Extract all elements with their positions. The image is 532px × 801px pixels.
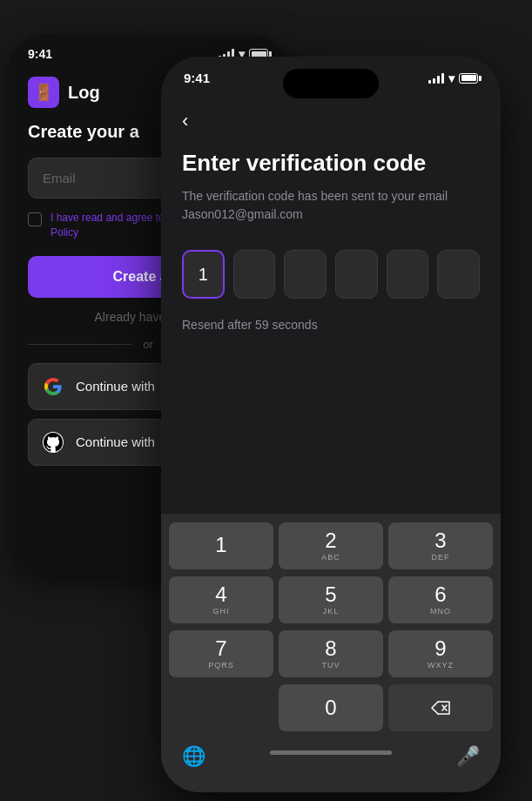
verification-desc-text: The verification code has been sent to y…	[182, 189, 448, 203]
keyboard: 1 2 ABC 3 DEF 4 GHI 5 JKL 6 MNO	[161, 514, 501, 792]
key-9-letters: WXYZ	[428, 661, 454, 670]
home-indicator	[270, 751, 392, 755]
code-box-2[interactable]	[233, 250, 276, 299]
key-5[interactable]: 5 JKL	[279, 576, 383, 623]
google-icon	[43, 376, 64, 397]
key-delete[interactable]	[388, 684, 493, 731]
google-button-label: Continue with	[76, 379, 155, 394]
key-3-letters: DEF	[432, 553, 450, 562]
key-9[interactable]: 9 WXYZ	[388, 630, 493, 677]
resend-text: Resend after 59 seconds	[182, 318, 480, 332]
key-7[interactable]: 7 PQRS	[169, 630, 273, 677]
front-battery-fill	[461, 75, 476, 81]
front-status-icons: ▾	[428, 71, 478, 85]
key-2[interactable]: 2 ABC	[279, 522, 383, 569]
terms-checkbox[interactable]	[28, 212, 42, 226]
code-input-row: 1	[182, 250, 480, 299]
key-4-number: 4	[215, 584, 226, 605]
key-4-letters: GHI	[212, 607, 229, 616]
key-3-number: 3	[434, 530, 446, 551]
code-box-6[interactable]	[437, 250, 480, 299]
dynamic-island	[283, 69, 379, 98]
key-6-letters: MNO	[430, 607, 451, 616]
verification-screen: ‹ Enter verification code The verificati…	[161, 92, 501, 332]
code-box-1[interactable]: 1	[182, 250, 225, 299]
back-time: 9:41	[28, 47, 52, 61]
keyboard-row-3: 7 PQRS 8 TUV 9 WXYZ	[165, 630, 497, 677]
logo-icon: 🚪	[28, 77, 59, 108]
key-1-number: 1	[215, 535, 226, 555]
front-battery-icon	[459, 73, 478, 84]
verification-description: The verification code has been sent to y…	[182, 187, 480, 224]
code-digit-1: 1	[199, 265, 208, 285]
divider-text: or	[143, 338, 153, 351]
key-5-number: 5	[325, 584, 336, 605]
github-button-label: Continue with	[76, 434, 155, 449]
keyboard-row-4: 0	[165, 684, 497, 731]
key-globe-placeholder	[169, 684, 273, 731]
key-8-number: 8	[325, 638, 336, 659]
logo-text: Log	[68, 83, 100, 103]
key-3[interactable]: 3 DEF	[388, 522, 493, 569]
keyboard-row-1: 1 2 ABC 3 DEF	[165, 522, 497, 569]
key-6[interactable]: 6 MNO	[388, 576, 493, 623]
key-4[interactable]: 4 GHI	[169, 576, 273, 623]
mic-icon[interactable]: 🎤	[456, 745, 480, 768]
front-phone: 9:41 ▾ ‹ Enter verification code The ver…	[161, 57, 501, 792]
key-7-letters: PQRS	[208, 661, 234, 670]
front-signal-icon	[428, 73, 444, 84]
key-2-number: 2	[325, 530, 336, 551]
verification-title: Enter verification code	[182, 150, 480, 177]
code-box-3[interactable]	[284, 250, 327, 299]
key-2-letters: ABC	[321, 553, 340, 562]
code-box-4[interactable]	[335, 250, 378, 299]
back-arrow-button[interactable]: ‹	[182, 110, 188, 132]
key-6-number: 6	[434, 584, 446, 605]
divider-line-left	[28, 344, 132, 345]
key-0[interactable]: 0	[279, 684, 383, 731]
front-time: 9:41	[184, 71, 210, 85]
key-8-letters: TUV	[322, 661, 340, 670]
key-0-number: 0	[325, 697, 336, 718]
key-1[interactable]: 1	[169, 522, 273, 569]
github-icon	[43, 432, 64, 453]
verification-email: Jason012@gmail.com	[182, 207, 303, 221]
key-9-number: 9	[434, 638, 446, 659]
code-box-5[interactable]	[387, 250, 429, 299]
front-wifi-icon: ▾	[448, 71, 455, 85]
keyboard-bottom-bar: 🌐 🎤	[165, 738, 497, 792]
key-7-number: 7	[215, 638, 226, 659]
globe-icon[interactable]: 🌐	[182, 745, 205, 768]
key-5-letters: JKL	[323, 607, 340, 616]
keyboard-row-2: 4 GHI 5 JKL 6 MNO	[165, 576, 497, 623]
key-8[interactable]: 8 TUV	[279, 630, 383, 677]
